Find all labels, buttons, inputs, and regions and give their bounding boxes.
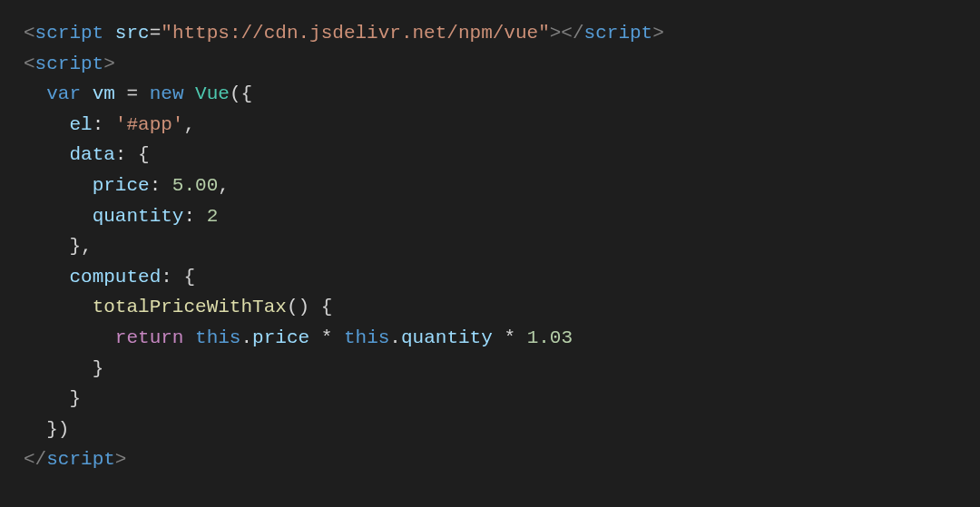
tag-name: script <box>35 23 104 44</box>
prop-el: el <box>69 114 92 135</box>
code-line-3: var vm = new Vue({ <box>24 83 252 104</box>
number-price: 5.00 <box>172 175 218 196</box>
prop-price: price <box>93 175 150 196</box>
tag-name: script <box>584 23 653 44</box>
code-line-11: return this.price * this.quantity * 1.03 <box>24 327 573 348</box>
this-keyword: this <box>344 327 389 348</box>
prop-quantity: quantity <box>93 206 184 227</box>
code-line-9: computed: { <box>24 267 195 288</box>
quote: " <box>161 23 172 44</box>
close-brace-paren: }) <box>46 419 69 440</box>
method-name: totalPriceWithTax <box>93 297 287 317</box>
code-line-6: price: 5.00, <box>24 175 230 196</box>
code-line-10: totalPriceWithTax() { <box>24 297 332 317</box>
tag-open-close: </ <box>561 23 583 44</box>
code-line-15: </script> <box>24 449 126 470</box>
attr-name: src <box>115 23 150 44</box>
code-line-2: <script> <box>24 54 115 74</box>
tag-close: > <box>550 23 562 44</box>
equals: = <box>126 83 138 104</box>
code-line-5: data: { <box>24 144 150 165</box>
var-keyword: var <box>46 83 81 104</box>
open-paren-brace: ({ <box>230 83 252 104</box>
code-line-1: <script src="https://cdn.jsdelivr.net/np… <box>24 23 664 44</box>
number-tax: 1.03 <box>527 327 573 348</box>
class-vue: Vue <box>195 83 230 104</box>
tag-open: < <box>24 54 35 74</box>
this-keyword: this <box>195 327 240 348</box>
code-line-14: }) <box>24 419 69 440</box>
var-name: vm <box>93 83 115 104</box>
tag-name: script <box>35 54 104 74</box>
code-block: <script src="https://cdn.jsdelivr.net/np… <box>24 18 956 475</box>
tag-open-close: </ <box>24 449 46 470</box>
prop-quantity: quantity <box>401 327 493 348</box>
tag-close: > <box>115 449 127 470</box>
tag-close: > <box>652 23 664 44</box>
equals: = <box>150 23 162 44</box>
code-line-12: } <box>24 358 103 379</box>
code-line-7: quantity: 2 <box>24 206 218 227</box>
src-url: https://cdn.jsdelivr.net/npm/vue <box>172 23 538 44</box>
prop-computed: computed <box>69 267 161 288</box>
tag-open: < <box>24 23 35 44</box>
code-line-4: el: '#app', <box>24 114 195 135</box>
prop-price: price <box>252 327 309 348</box>
code-line-13: } <box>24 388 81 409</box>
tag-close: > <box>103 54 115 74</box>
prop-data: data <box>69 144 114 165</box>
quote: " <box>538 23 550 44</box>
return-keyword: return <box>115 327 184 348</box>
code-line-8: }, <box>24 236 93 257</box>
number-quantity: 2 <box>207 206 219 227</box>
string-app: '#app' <box>115 114 184 135</box>
tag-name: script <box>46 449 115 470</box>
new-keyword: new <box>150 83 184 104</box>
